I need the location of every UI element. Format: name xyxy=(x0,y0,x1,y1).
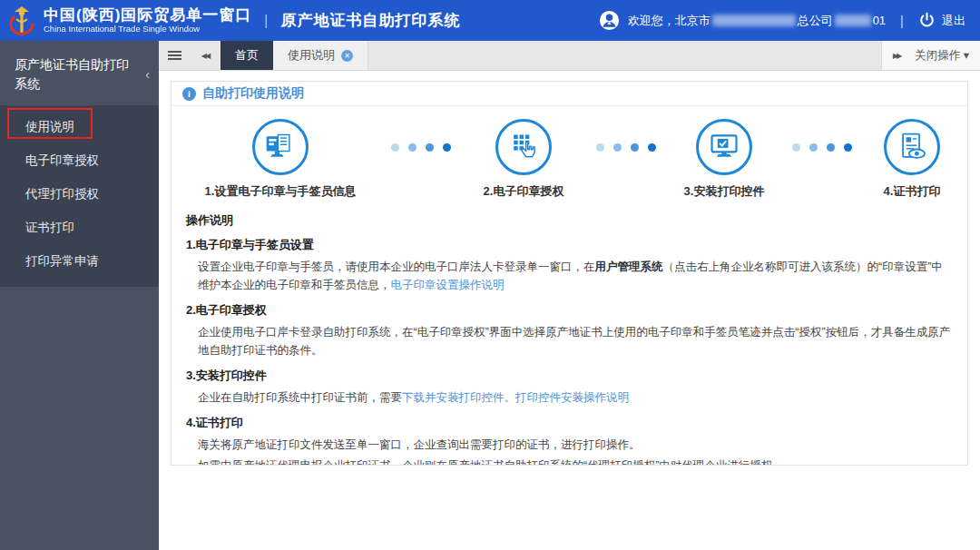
logout-button[interactable]: 退出 xyxy=(942,13,965,29)
section-1-bold: 用户管理系统 xyxy=(595,260,663,273)
dot xyxy=(596,143,604,152)
section-1-text-1: 设置企业电子印章与手签员，请使用本企业的电子口岸法人卡登录单一窗口，在 xyxy=(198,260,595,273)
dot xyxy=(408,143,416,152)
instructions-block: 操作说明 1.电子印章与手签员设置 设置企业电子印章与手签员，请使用本企业的电子… xyxy=(172,200,967,466)
tab-home[interactable]: 首页 xyxy=(220,41,273,70)
step-connector-dots xyxy=(391,143,451,152)
step-1-label: 1.设置电子印章与手签员信息 xyxy=(205,183,357,200)
step-2-label: 2.电子印章授权 xyxy=(484,183,564,200)
welcome-mid: 总公司 xyxy=(798,14,833,27)
process-steps: 1.设置电子印章与手签员信息 xyxy=(172,106,967,200)
section-1-title: 1.电子印章与手签员设置 xyxy=(186,237,951,253)
section-2-paragraph: 企业使用电子口岸卡登录自助打印系统，在“电子印章授权”界面中选择原产地证书上使用… xyxy=(186,323,951,359)
header-divider: | xyxy=(264,13,268,29)
system-title: 原产地证书自助打印系统 xyxy=(280,10,460,31)
double-right-arrow-icon[interactable]: ▶▶ xyxy=(893,52,900,60)
step-3: 3.安装打印控件 xyxy=(671,119,778,200)
monitor-check-icon xyxy=(708,131,740,163)
sidebar-item-print-exception-request[interactable]: 打印异常申请 xyxy=(0,244,159,278)
monitor-document-icon xyxy=(264,131,297,163)
caret-down-icon: ▾ xyxy=(964,49,969,62)
header-divider-2: | xyxy=(900,13,904,28)
download-print-control-link[interactable]: 下载并安装打印控件。 xyxy=(402,391,515,404)
tab-usage-guide-label: 使用说明 xyxy=(288,47,335,64)
hamburger-icon xyxy=(168,54,181,56)
step-3-circle xyxy=(696,119,752,175)
section-4-paragraph-1: 海关将原产地证打印文件发送至单一窗口，企业查询出需要打印的证书，进行打印操作。 xyxy=(186,436,951,454)
section-3-paragraph: 企业在自助打印系统中打印证书前，需要下载并安装打印控件。打印控件安装操作说明 xyxy=(186,388,951,407)
brand-subtitle: China International Trade Single Window xyxy=(44,25,251,34)
section-2-title: 2.电子印章授权 xyxy=(186,302,951,319)
document-eye-icon xyxy=(896,131,928,163)
sidebar-item-agent-print-authorization[interactable]: 代理打印授权 xyxy=(0,177,159,211)
top-header-bar: 中国(陕西)国际贸易单一窗口 China International Trade… xyxy=(0,0,980,41)
step-4-circle xyxy=(884,119,940,175)
eseal-setup-guide-link[interactable]: 电子印章设置操作说明 xyxy=(391,279,505,291)
panel-header: i 自助打印使用说明 xyxy=(172,82,967,106)
step-4: 4.证书打印 xyxy=(867,119,957,200)
sidebar-item-certificate-print[interactable]: 证书打印 xyxy=(0,211,159,244)
step-2: 2.电子印章授权 xyxy=(466,119,582,200)
dot xyxy=(648,143,656,152)
sidebar-collapse-icon[interactable]: ‹ xyxy=(145,65,150,84)
tab-close-icon[interactable]: ✕ xyxy=(341,50,353,62)
tab-usage-guide[interactable]: 使用说明 ✕ xyxy=(273,41,368,70)
step-connector-dots xyxy=(596,143,656,152)
sidebar-menu: 使用说明 电子印章授权 代理打印授权 证书打印 打印异常申请 xyxy=(0,105,159,287)
menu-toggle-button[interactable] xyxy=(159,41,190,70)
customs-emblem-logo xyxy=(7,5,36,39)
section-3-text: 企业在自助打印系统中打印证书前，需要 xyxy=(198,391,402,404)
header-user-area: 欢迎您，北京市总公司01 | 退出 xyxy=(599,10,980,31)
sidebar-item-usage-guide[interactable]: 使用说明 xyxy=(0,110,159,143)
dot xyxy=(631,143,639,152)
power-icon[interactable] xyxy=(918,12,936,29)
step-connector-dots xyxy=(792,143,852,152)
section-3-title: 3.安装打印控件 xyxy=(186,368,951,384)
dot xyxy=(792,143,800,152)
welcome-prefix: 欢迎您，北京市 xyxy=(628,14,710,27)
dot xyxy=(391,143,399,152)
tab-bar-right-tools: ▶▶ 关闭操作 ▾ xyxy=(881,41,980,70)
brand-title: 中国(陕西)国际贸易单一窗口 xyxy=(44,6,251,25)
step-1: 1.设置电子印章与手签员信息 xyxy=(184,119,377,200)
section-1-paragraph: 设置企业电子印章与手签员，请使用本企业的电子口岸法人卡登录单一窗口，在用户管理系… xyxy=(186,258,951,294)
sidebar-empty-area xyxy=(0,287,159,550)
info-icon: i xyxy=(182,87,196,101)
usage-guide-panel: i 自助打印使用说明 xyxy=(171,81,968,466)
sidebar-header: 原产地证书自助打印系统 ‹ xyxy=(0,41,159,105)
print-control-install-guide-link[interactable]: 打印控件安装操作说明 xyxy=(515,391,629,404)
dot xyxy=(809,143,818,152)
sidebar: 原产地证书自助打印系统 ‹ 使用说明 电子印章授权 代理打印授权 证书打印 打印… xyxy=(0,41,159,550)
panel-title: 自助打印使用说明 xyxy=(202,85,304,102)
dot xyxy=(844,143,852,152)
close-operations-dropdown[interactable]: 关闭操作 ▾ xyxy=(915,48,969,64)
tab-home-label: 首页 xyxy=(235,47,259,64)
welcome-text: 欢迎您，北京市总公司01 xyxy=(628,13,886,29)
sidebar-item-eseal-authorization[interactable]: 电子印章授权 xyxy=(0,143,159,177)
dot xyxy=(426,143,434,152)
section-4-paragraph-2: 如需由原产地证代理申报企业打印证书，企业则在原产地证书自助打印系统的“代理打印授… xyxy=(186,457,951,466)
step-1-circle xyxy=(252,119,309,175)
scroll-tabs-left-button[interactable]: ◀◀ xyxy=(190,41,220,70)
step-2-circle xyxy=(495,119,552,175)
brand-block: 中国(陕西)国际贸易单一窗口 China International Trade… xyxy=(44,6,251,34)
step-4-label: 4.证书打印 xyxy=(884,183,941,200)
dot xyxy=(613,143,622,152)
sidebar-title: 原产地证书自助打印系统 xyxy=(15,55,134,93)
user-avatar-icon xyxy=(599,10,620,31)
dot xyxy=(827,143,835,152)
redacted-account-id xyxy=(835,15,871,26)
ops-title: 操作说明 xyxy=(186,212,951,229)
dot xyxy=(443,143,451,152)
welcome-suffix: 01 xyxy=(873,14,886,27)
content-body: i 自助打印使用说明 xyxy=(159,71,980,550)
redacted-company-name xyxy=(712,15,796,26)
step-3-label: 3.安装打印控件 xyxy=(684,183,765,200)
content-area: ◀◀ 首页 使用说明 ✕ ▶▶ 关闭操作 ▾ i 自助打印使用说明 xyxy=(159,41,980,550)
keypad-hand-icon xyxy=(507,131,540,163)
double-left-arrow-icon: ◀◀ xyxy=(201,52,209,60)
close-operations-label: 关闭操作 xyxy=(915,49,960,62)
tab-bar: ◀◀ 首页 使用说明 ✕ ▶▶ 关闭操作 ▾ xyxy=(159,41,980,71)
section-4-title: 4.证书打印 xyxy=(186,415,951,431)
